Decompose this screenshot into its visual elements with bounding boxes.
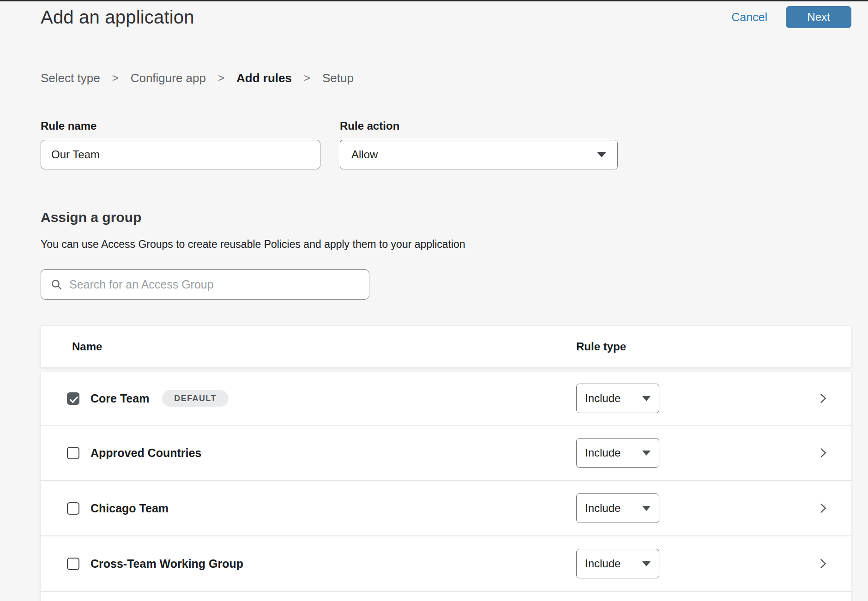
step-separator-icon: > <box>304 71 310 85</box>
page-header: Add an application Cancel Next <box>41 5 851 29</box>
step-select-type[interactable]: Select type <box>41 71 100 85</box>
field-labels-row: Rule name Rule action <box>41 120 851 132</box>
row-name-cell: Chicago Team <box>67 502 576 515</box>
rule-type-select[interactable]: Include <box>576 438 659 468</box>
rule-type-select[interactable]: Include <box>576 384 659 413</box>
search-input[interactable] <box>69 278 360 291</box>
group-name: Approved Countries <box>90 446 201 460</box>
rule-type-value: Include <box>585 557 621 570</box>
group-name: Cross-Team Working Group <box>90 557 243 571</box>
rule-type-value: Include <box>585 392 621 405</box>
rule-action-label: Rule action <box>340 120 618 132</box>
assign-group-description: You can use Access Groups to create reus… <box>41 238 851 251</box>
caret-down-icon <box>642 451 651 456</box>
step-setup[interactable]: Setup <box>322 71 354 85</box>
chevron-right-icon[interactable] <box>816 392 829 405</box>
rule-type-value: Include <box>585 446 621 459</box>
row-checkbox[interactable] <box>67 447 79 459</box>
fields-row: Allow <box>41 140 851 169</box>
page-title: Add an application <box>41 5 194 29</box>
access-group-search[interactable] <box>41 269 369 300</box>
groups-table-header: Name Rule type <box>41 326 851 367</box>
chevron-right-icon[interactable] <box>816 557 829 570</box>
caret-down-icon <box>642 506 651 511</box>
row-checkbox[interactable] <box>67 558 79 570</box>
table-row[interactable]: Chicago Team Include <box>41 481 851 536</box>
table-row[interactable]: Cross-Team Working Group Include <box>41 536 851 592</box>
table-row[interactable]: Approved Countries Include <box>41 426 851 481</box>
rule-type-select[interactable]: Include <box>576 549 659 578</box>
group-name: Core Team <box>90 392 149 405</box>
assign-group-heading: Assign a group <box>41 209 851 226</box>
chevron-right-icon[interactable] <box>816 502 829 515</box>
step-separator-icon: > <box>218 71 224 85</box>
row-checkbox[interactable] <box>67 502 79 515</box>
groups-table: Core Team DEFAULT Include Approved Count… <box>41 372 851 601</box>
step-add-rules[interactable]: Add rules <box>236 71 292 85</box>
search-icon <box>50 278 63 291</box>
column-header-name: Name <box>72 340 576 353</box>
header-actions: Cancel Next <box>731 6 851 28</box>
wizard-steps: Select type > Configure app > Add rules … <box>41 71 851 85</box>
row-checkbox[interactable] <box>67 392 79 405</box>
cancel-button[interactable]: Cancel <box>731 11 767 24</box>
row-name-cell: Approved Countries <box>67 446 576 460</box>
row-name-cell: Cross-Team Working Group <box>67 557 576 571</box>
rule-action-value: Allow <box>351 148 378 161</box>
window-top-edge <box>0 0 868 1</box>
row-name-cell: Core Team DEFAULT <box>67 390 576 407</box>
next-button[interactable]: Next <box>786 6 851 28</box>
chevron-right-icon[interactable] <box>816 446 829 459</box>
column-header-rule-type: Rule type <box>576 340 626 353</box>
table-row[interactable]: Core Team DEFAULT Include <box>41 372 851 426</box>
rule-name-input[interactable] <box>41 140 320 169</box>
rule-name-label: Rule name <box>41 120 320 132</box>
rule-action-select[interactable]: Allow <box>340 140 618 169</box>
step-separator-icon: > <box>112 71 119 85</box>
caret-down-icon <box>642 396 651 401</box>
group-name: Chicago Team <box>90 502 169 515</box>
default-badge: DEFAULT <box>162 390 228 407</box>
add-application-page: Add an application Cancel Next Select ty… <box>0 5 868 601</box>
caret-down-icon <box>597 152 606 157</box>
rule-type-value: Include <box>585 502 621 515</box>
step-configure-app[interactable]: Configure app <box>131 71 206 85</box>
caret-down-icon <box>642 561 651 566</box>
rule-type-select[interactable]: Include <box>576 493 659 523</box>
